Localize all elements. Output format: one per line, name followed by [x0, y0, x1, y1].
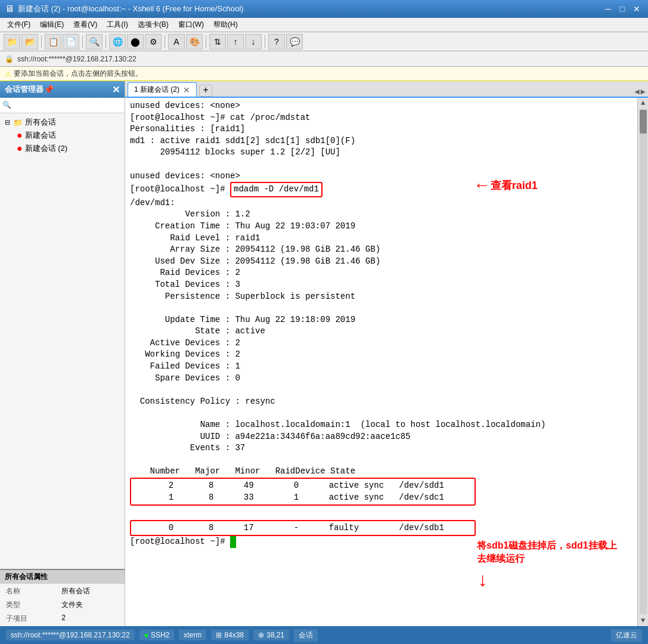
annotation-arrow-down: ↓ — [477, 568, 617, 595]
close-button[interactable]: ✕ — [630, 2, 643, 16]
toolbar-separator-3 — [106, 35, 106, 48]
menu-help[interactable]: 帮助(H) — [209, 18, 243, 31]
status-protocol-text: SSH2 — [151, 631, 169, 639]
terminal-output: unused devices: <none> [root@localhost ~… — [130, 100, 633, 548]
line-21: Spare Devices : 0 — [130, 373, 240, 383]
menu-window[interactable]: 窗口(W) — [173, 18, 209, 31]
status-size-text: 84x38 — [224, 631, 244, 639]
sidebar-search-icon: 🔍 — [2, 101, 11, 110]
status-cursor-icon: ⊕ — [258, 631, 264, 639]
lock-icon: 🔒 — [5, 55, 14, 63]
sidebar-title: 会话管理器 — [5, 84, 44, 95]
chat-btn[interactable]: 💬 — [286, 34, 303, 49]
transfer-btn[interactable]: ⇅ — [209, 34, 226, 49]
sidebar-item-all-sessions[interactable]: ⊟ 📁 所有会话 — [0, 116, 125, 129]
disconnect-btn[interactable]: ⬤ — [127, 34, 144, 49]
help-btn[interactable]: ? — [268, 34, 285, 49]
line-29: 0 8 17 - faulty /dev/sdb1 — [134, 523, 444, 532]
title-bar: 🖥 新建会话 (2) - root@localhost:~ - Xshell 6… — [0, 0, 648, 18]
scroll-down-button[interactable]: ▼ — [640, 615, 646, 626]
line-5: 20954112 blocks super 1.2 [2/2] [UU] — [130, 147, 340, 157]
menu-file[interactable]: 文件(F) — [2, 18, 35, 31]
session1-label: 新建会话 — [25, 130, 56, 141]
prop-val-name: 所有会话 — [57, 585, 123, 597]
address-text: ssh://root:******@192.168.217.130:22 — [17, 55, 137, 63]
folder-icon: 📁 — [13, 118, 23, 127]
menu-tools[interactable]: 工具(I) — [102, 18, 132, 31]
scrollbar-track[interactable] — [640, 110, 647, 614]
annotation-text-raid1: 查看raid1 — [491, 178, 538, 193]
right-scrollbar-panel: ▲ ▼ — [637, 98, 648, 626]
color-btn[interactable]: 🎨 — [186, 34, 203, 49]
settings-btn[interactable]: ⚙ — [145, 34, 162, 49]
toolbar-separator-1 — [41, 35, 42, 48]
font-btn[interactable]: A — [168, 34, 185, 49]
status-encoding-text: xterm — [184, 631, 201, 639]
line-12: Used Dev Size : 20954112 (19.98 GiB 21.4… — [130, 256, 380, 266]
session2-label: 新建会话 (2) — [25, 143, 68, 154]
status-green-dot: ● — [144, 631, 148, 639]
prop-row-type: 类型 文件夹 — [1, 599, 123, 611]
line-16: Update Time : Thu Aug 22 19:18:09 2019 — [130, 315, 355, 324]
sidebar-item-session2[interactable]: ● 新建会话 (2) — [0, 142, 125, 155]
line-6: unused devices: <none> — [130, 171, 240, 181]
status-size: ⊞ 84x38 — [211, 630, 249, 640]
tab-prev-button[interactable]: ◀ — [634, 86, 639, 97]
open-btn[interactable]: 📂 — [21, 34, 38, 49]
status-connection: ssh://root:******@192.168.217.130:22 — [6, 630, 135, 640]
status-brand: 亿速云 — [611, 629, 642, 642]
terminal-content[interactable]: unused devices: <none> [root@localhost ~… — [125, 98, 637, 626]
status-protocol: ● SSH2 — [139, 630, 175, 640]
session-status-icon-2: ● — [17, 143, 23, 154]
info-bar: ⚠ 要添加当前会话，点击左侧的箭头按钮。 — [0, 67, 648, 81]
line-2: [root@localhost ~]# cat /proc/mdstat — [130, 113, 310, 122]
line-23: Name : localhost.localdomain:1 (local to… — [130, 420, 545, 429]
tab-session2[interactable]: 1 新建会话 (2) ✕ — [128, 82, 197, 97]
line-11: Array Size : 20954112 (19.98 GiB 21.46 G… — [130, 244, 380, 254]
terminal-wrapper: 1 新建会话 (2) ✕ + ◀ ▶ unused devices: <none… — [125, 81, 648, 626]
down-arrow-icon: ↓ — [477, 568, 488, 595]
annotation-text-sdb1-2: 去继续运行 — [477, 552, 617, 565]
sidebar-search-input[interactable] — [11, 101, 122, 110]
maximize-button[interactable]: □ — [616, 2, 629, 16]
scrollbar-thumb[interactable] — [640, 110, 647, 134]
menu-edit[interactable]: 编辑(E) — [35, 18, 69, 31]
download-btn[interactable]: ↓ — [245, 34, 262, 49]
line-7: /dev/md1: — [130, 198, 175, 208]
prop-row-name: 名称 所有会话 — [1, 585, 123, 597]
toolbar-separator-5 — [206, 35, 206, 48]
tab-navigation: ◀ ▶ — [634, 86, 646, 97]
copy-btn[interactable]: 📋 — [45, 34, 61, 49]
tab-next-button[interactable]: ▶ — [641, 86, 646, 97]
all-sessions-label: 所有会话 — [25, 117, 56, 128]
session-status-icon-1: ● — [17, 130, 23, 141]
sidebar-close-button[interactable]: ✕ — [112, 84, 120, 95]
line-3: Personalities : [raid1] — [130, 124, 245, 134]
session-manager-sidebar: 会话管理器 📌 ✕ 🔍 ⊟ 📁 所有会话 ● 新建会话 ● 新建会话 (2) — [0, 81, 125, 626]
search-btn[interactable]: 🔍 — [86, 34, 103, 49]
app-icon: 🖥 — [5, 4, 14, 14]
tab-close-icon[interactable]: ✕ — [183, 85, 190, 95]
sidebar-search-bar[interactable]: 🔍 — [0, 98, 125, 113]
menu-view[interactable]: 查看(V) — [69, 18, 102, 31]
connect-btn[interactable]: 🌐 — [109, 34, 126, 49]
new-tab-button[interactable]: + — [199, 85, 212, 97]
prop-val-type: 文件夹 — [57, 599, 123, 611]
annotation-text-sdb1: 将sdb1磁盘挂掉后，sdd1挂载上 — [477, 539, 617, 552]
window-controls: ─ □ ✕ — [602, 2, 643, 16]
tree-toggle-all[interactable]: ⊟ — [5, 119, 13, 126]
scroll-up-button[interactable]: ▲ — [640, 98, 646, 109]
menu-tabs[interactable]: 选项卡(B) — [133, 18, 173, 31]
annotation-sdb1: 将sdb1磁盘挂掉后，sdd1挂载上 去继续运行 ↓ — [477, 539, 617, 595]
paste-btn[interactable]: 📄 — [63, 34, 79, 49]
upload-btn[interactable]: ↑ — [227, 34, 244, 49]
pin-button[interactable]: 📌 — [44, 85, 54, 94]
minimize-button[interactable]: ─ — [602, 2, 615, 16]
status-bar: ssh://root:******@192.168.217.130:22 ● S… — [0, 626, 648, 644]
new-session-btn[interactable]: 📁 — [4, 34, 20, 49]
line-20: Failed Devices : 1 — [130, 361, 240, 371]
command-highlight-box: mdadm -D /dev/md1 — [230, 182, 323, 197]
status-sessions-text: 会话 — [299, 630, 313, 640]
sidebar-item-session1[interactable]: ● 新建会话 — [0, 129, 125, 142]
tab-label: 1 新建会话 (2) — [134, 85, 179, 95]
